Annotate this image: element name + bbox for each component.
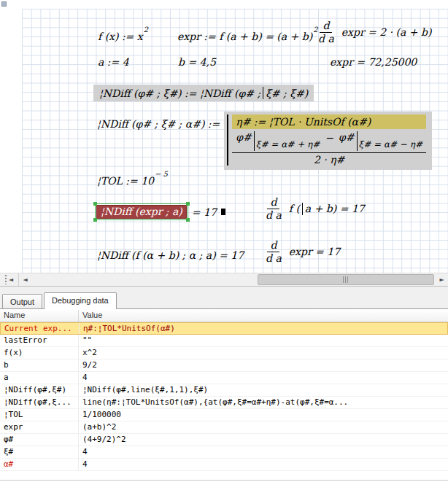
row-name: b <box>0 359 79 371</box>
table-row[interactable]: Current exp...η#:¦TOL*UnitsOf(α#) <box>0 322 448 335</box>
expr-expr-definition[interactable]: expr := f (a + b) = (a + b)2 <box>177 29 318 42</box>
selection-handle[interactable] <box>93 218 97 222</box>
row-name: ¦NDiff(φ#,ξ#) <box>0 384 79 396</box>
table-row[interactable]: b9/2 <box>0 359 448 372</box>
math-text: 2 · η# <box>314 153 344 166</box>
expr-ndiff-evaluation[interactable]: ¦NDiff (expr ; a) = 17 <box>95 203 225 220</box>
page-corner-marker <box>1 1 7 7</box>
table-row[interactable]: f(x)x^2 <box>0 347 448 359</box>
row-name: expr <box>0 421 79 433</box>
tab-label: Debugging data <box>52 296 109 305</box>
at-operator: φ# ξ# = α# − η# <box>339 131 422 151</box>
table-row[interactable]: α#4 <box>0 459 448 471</box>
placeholder-square <box>221 209 225 215</box>
expr-ndiff-call[interactable]: ¦NDiff (f (α + b) ; α ; a) = 17 <box>97 249 244 261</box>
row-value: (4+9/2)^2 <box>79 434 448 446</box>
scrollbar-thumb[interactable] <box>258 274 434 285</box>
scroll-left-button[interactable]: ◄ <box>19 273 31 286</box>
math-text: = 17 <box>192 206 217 218</box>
table-row[interactable]: ¦NDiff(φ#,ξ#)¦NDiff(φ#,line(ξ#,1,1),ξ#) <box>0 384 448 397</box>
selection-handle[interactable] <box>93 202 97 206</box>
bottom-panel-tabs: Output Debugging data <box>0 286 448 309</box>
splitter-collapse-icon: ◄ <box>9 277 13 283</box>
math-text: ¦NDiff (f (α + b) ; α ; a) = 17 <box>97 249 244 261</box>
at-operator: φ# ξ# = α# + η# <box>236 131 320 151</box>
math-text: η# := ¦TOL · UnitsOf (α#) <box>236 116 371 128</box>
math-text: d a <box>263 252 285 264</box>
right-arrow-icon: ► <box>439 277 444 283</box>
expr-ndiff-central-definition[interactable]: ¦NDiff (φ# ; ξ# ; α#) := η# := ¦TOL · Un… <box>97 112 432 170</box>
evaluation-bar <box>254 131 255 151</box>
selection-frame[interactable]: ¦NDiff (expr ; a) <box>95 203 188 220</box>
minus-sign: − <box>325 132 333 144</box>
row-value: x^2 <box>79 347 448 359</box>
row-name: ¦NDiff(φ#,ξ... <box>0 397 79 408</box>
expr-fx-definition[interactable]: f (x) := x2 <box>98 29 148 42</box>
line-operator-bar <box>263 87 263 99</box>
table-row[interactable]: ¦NDiff(φ#,ξ...line(η#:¦TOL*UnitsOf(α#),{… <box>0 397 448 409</box>
math-text: φ# <box>339 131 355 143</box>
row-name: α# <box>0 459 79 470</box>
selection-handle[interactable] <box>186 218 190 222</box>
row-name: a <box>0 372 79 384</box>
fraction: φ# ξ# = α# + η# − φ# ξ# = α# − η# <box>232 131 426 166</box>
row-value: η#:¦TOL*UnitsOf(α#) <box>80 323 447 334</box>
row-value: 4 <box>79 446 448 458</box>
table-row[interactable]: ξ#4 <box>0 446 448 459</box>
row-name: Current exp... <box>1 323 80 334</box>
math-text: expr := f (a + b) = (a + b) <box>177 31 312 42</box>
math-text: ξ# = α# + η# <box>256 139 320 149</box>
table-row[interactable]: ¦TOL1/100000 <box>0 409 448 421</box>
table-row[interactable]: a4 <box>0 372 448 384</box>
splitter-grip[interactable]: ◄ <box>0 273 19 286</box>
fraction: d d a <box>263 197 285 220</box>
math-superscript: − 5 <box>155 170 168 178</box>
horizontal-scrollbar: ◄ ◄ ► <box>0 273 448 286</box>
table-header: Name Value <box>0 309 448 322</box>
row-value: 1/100000 <box>79 409 448 421</box>
selected-expression[interactable]: ¦NDiff (expr ; a) <box>96 205 187 219</box>
expr-value-expr[interactable]: expr = 72,25000 <box>330 56 417 68</box>
column-header-name[interactable]: Name <box>0 309 79 322</box>
expr-ndiff-forward-definition[interactable]: ¦NDiff (φ# ; ξ#) := ¦NDiff (φ# ; ξ# ; ξ#… <box>93 85 314 101</box>
row-value: (a+b)^2 <box>79 421 448 433</box>
row-value: ¦NDiff(φ#,line(ξ#,1,1),ξ#) <box>79 384 448 396</box>
expr-tol-definition[interactable]: ¦TOL := 10− 5 <box>97 174 168 187</box>
math-text: d a <box>263 209 285 221</box>
table-row[interactable]: expr(a+b)^2 <box>0 421 448 434</box>
math-text: ¦NDiff (φ# ; ξ#) := ¦NDiff (φ# ; <box>99 88 260 99</box>
expr-assign-b[interactable]: b = 4,5 <box>178 56 216 68</box>
bottom-grip-line[interactable] <box>0 480 448 481</box>
math-text: ¦NDiff (φ# ; ξ# ; α#) := <box>97 118 220 130</box>
tab-output[interactable]: Output <box>2 294 42 309</box>
row-value: 4 <box>79 459 448 470</box>
math-superscript: 2 <box>144 26 148 34</box>
column-header-value[interactable]: Value <box>79 309 448 322</box>
row-name: ¦TOL <box>0 409 79 421</box>
math-text: expr = 72,25000 <box>330 56 417 68</box>
fraction: d d a <box>263 240 285 263</box>
selection-handle[interactable] <box>186 202 190 206</box>
math-text: f (x) := x <box>98 31 143 42</box>
row-value: 4 <box>79 372 448 384</box>
table-row[interactable]: φ#(4+9/2)^2 <box>0 434 448 446</box>
row-name: lastError <box>0 335 79 346</box>
row-value: "" <box>79 335 448 346</box>
row-name: φ# <box>0 434 79 446</box>
table-row[interactable]: lastError"" <box>0 335 448 347</box>
math-text: φ# <box>236 131 252 143</box>
math-text: ξ# = α# − η# <box>359 139 422 149</box>
math-text: d <box>267 197 279 209</box>
expr-derivative-symbolic[interactable]: d d a expr = 2 · (a + b) <box>315 20 431 44</box>
scroll-right-button[interactable]: ► <box>436 273 448 286</box>
scrollbar-track[interactable] <box>31 273 436 286</box>
expr-assign-a[interactable]: a := 4 <box>98 56 129 68</box>
math-text: d a <box>315 33 337 44</box>
evaluation-bar <box>357 131 358 151</box>
expr-derivative-f[interactable]: d d a f ( a + b) = 17 <box>263 197 365 220</box>
expr-derivative-numeric[interactable]: d d a expr = 17 <box>263 240 340 263</box>
math-text: ξ# ; ξ#) <box>266 88 308 99</box>
left-arrow-icon: ◄ <box>23 277 27 283</box>
tab-debugging-data[interactable]: Debugging data <box>44 292 117 309</box>
math-text: f ( <box>289 203 300 214</box>
